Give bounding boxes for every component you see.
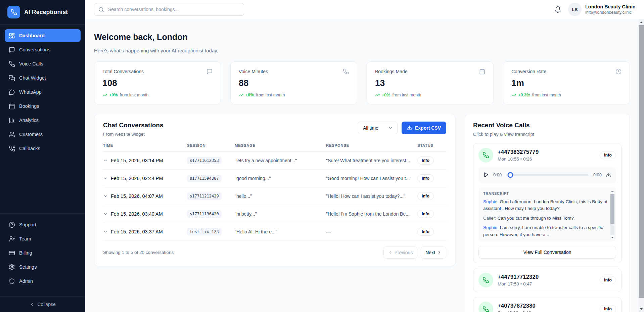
stats-row: Total Conversations 108 +0% from last mo… [94, 61, 630, 104]
table-row[interactable]: Feb 15, 2026, 03:37 AM test-fix-123 "Hel… [103, 223, 446, 241]
scrollbar-thumb[interactable] [639, 25, 644, 298]
transcript-speaker: Sophie: [483, 199, 499, 204]
table-header-row: TIME SESSION MESSAGE RESPONSE STATUS [103, 143, 446, 152]
settings-icon [9, 264, 15, 270]
scroll-up-icon[interactable] [610, 189, 614, 193]
bell-icon[interactable] [554, 6, 561, 13]
row-time: Feb 15, 2026, 04:07 AM [111, 193, 163, 199]
next-page-button[interactable]: Next [421, 247, 446, 259]
sidebar-footer-nav: Support Team Billing Settings Admin [0, 213, 85, 292]
sidebar-item-bookings[interactable]: Bookings [5, 100, 81, 113]
collapse-sidebar-button[interactable]: Collapse [0, 296, 85, 312]
chevron-down-icon[interactable] [103, 229, 108, 234]
slider-handle[interactable] [507, 172, 513, 178]
chevron-right-icon [437, 250, 442, 255]
chevron-down-icon[interactable] [103, 158, 108, 163]
account-menu[interactable]: LB London Beauty Clinic info@londonbeaut… [568, 3, 635, 16]
sidebar-item-conversations[interactable]: Conversations [5, 43, 81, 56]
chevron-down-icon[interactable] [103, 176, 108, 181]
sidebar-item-settings[interactable]: Settings [5, 261, 81, 273]
call-info-button[interactable]: Info [600, 305, 616, 312]
search-input[interactable] [107, 6, 240, 12]
table-row[interactable]: Feb 15, 2026, 02:44 PM s17711594387 "goo… [103, 170, 446, 187]
previous-page-button[interactable]: Previous [383, 247, 417, 259]
next-label: Next [425, 250, 435, 255]
voice-call-item[interactable]: +40737872380 Sun 16:00 • 2:13 Info [473, 297, 622, 312]
table-row[interactable]: Feb 15, 2026, 03:40 AM s17711196420 "hi … [103, 205, 446, 223]
sidebar-item-admin[interactable]: Admin [5, 275, 81, 287]
credit-card-icon [9, 250, 15, 256]
phone-icon [478, 148, 493, 163]
status-badge: Info [417, 192, 434, 200]
scrollbar-thumb[interactable] [610, 194, 614, 224]
download-icon [407, 125, 412, 130]
chevron-left-icon [388, 250, 393, 255]
sidebar-item-callbacks[interactable]: Callbacks [5, 142, 81, 155]
view-full-conversation-button[interactable]: View Full Conversation [478, 246, 616, 259]
stat-card-total-conversations: Total Conversations 108 +0% from last mo… [94, 61, 221, 104]
session-id-badge: s17711212429 [187, 192, 222, 200]
message-square-icon [9, 47, 15, 53]
topbar-right: LB London Beauty Clinic info@londonbeaut… [554, 3, 635, 16]
status-badge: Info [417, 157, 434, 165]
stat-trend-suffix: from last month [256, 93, 285, 97]
sidebar-item-customers[interactable]: Customers [5, 128, 81, 141]
chevron-down-icon[interactable] [103, 212, 108, 216]
play-icon[interactable] [483, 172, 489, 178]
chat-conversations-card: Chat Conversations From website widget A… [94, 114, 455, 266]
voice-call-item-expanded[interactable]: +447383275779 Mon 18:55 • 0:26 Info 0:00… [473, 143, 622, 263]
call-info-button[interactable]: Info [600, 276, 616, 284]
sidebar-item-label: Dashboard [19, 33, 45, 38]
download-icon[interactable] [606, 172, 611, 178]
sidebar-item-chat-widget[interactable]: Chat Widget [5, 72, 81, 84]
transcript-scrollbar[interactable] [610, 190, 614, 239]
transcript-label: TRANSCRIPT [483, 191, 608, 195]
sidebar-item-billing[interactable]: Billing [5, 247, 81, 259]
call-number: +40737872380 [498, 303, 536, 309]
trending-up-icon [239, 93, 243, 97]
collapse-label: Collapse [37, 302, 55, 307]
sidebar-item-label: Admin [19, 278, 33, 284]
phone-icon [9, 61, 15, 67]
call-meta: Mon 17:50 • 0:47 [498, 281, 539, 286]
row-time: Feb 15, 2026, 03:37 AM [111, 229, 163, 234]
export-csv-button[interactable]: Export CSV [402, 122, 446, 134]
bar-chart-icon [9, 117, 15, 124]
phone-icon [478, 273, 493, 287]
trending-up-icon [375, 93, 380, 97]
seek-slider[interactable] [506, 174, 589, 176]
row-message: "Hello AI: Hi there..." [235, 229, 326, 234]
dashboard-icon [9, 33, 15, 39]
chevron-down-icon[interactable] [103, 194, 108, 198]
stat-card-bookings-made: Bookings Made 13 +0% from last month [367, 61, 494, 104]
page-title: Welcome back, London [94, 32, 630, 42]
sidebar-item-dashboard[interactable]: Dashboard [5, 29, 81, 42]
sidebar-item-whatsapp[interactable]: WhatsApp [5, 86, 81, 98]
call-info-button[interactable]: Info [600, 151, 616, 159]
scroll-up-icon[interactable] [639, 19, 644, 25]
call-meta: Mon 18:55 • 0:26 [498, 157, 539, 162]
row-time: Feb 15, 2026, 03:14 PM [111, 158, 163, 163]
transcript-text: Can you cut me through to Miss Tom? [498, 216, 574, 221]
sidebar-item-label: Settings [19, 264, 37, 270]
column-header-message: MESSAGE [235, 143, 326, 147]
sidebar-item-support[interactable]: Support [5, 218, 81, 231]
voice-call-item[interactable]: +447917712320 Mon 17:50 • 0:47 Info [473, 268, 622, 292]
sidebar-item-voice-calls[interactable]: Voice Calls [5, 57, 81, 70]
column-header-status: STATUS [417, 143, 446, 147]
chat-conversations-title: Chat Conversations [103, 122, 163, 129]
scroll-down-icon[interactable] [639, 306, 644, 312]
clock-icon [615, 69, 622, 75]
message-circle-icon [9, 89, 15, 95]
row-message: "good morning..." [235, 176, 326, 181]
scroll-down-icon[interactable] [610, 235, 614, 239]
table-row[interactable]: Feb 15, 2026, 04:07 AM s17711212429 "hel… [103, 187, 446, 205]
table-row[interactable]: Feb 15, 2026, 03:14 PM s17711612353 "let… [103, 152, 446, 170]
page-scrollbar[interactable] [639, 19, 644, 312]
session-id-badge: s17711594387 [187, 175, 222, 182]
column-header-response: RESPONSE [326, 143, 417, 147]
sidebar-item-team[interactable]: Team [5, 232, 81, 245]
sidebar-item-analytics[interactable]: Analytics [5, 114, 81, 127]
stat-trend-value: +0% [109, 93, 118, 97]
time-filter-select[interactable]: All time [358, 122, 398, 134]
